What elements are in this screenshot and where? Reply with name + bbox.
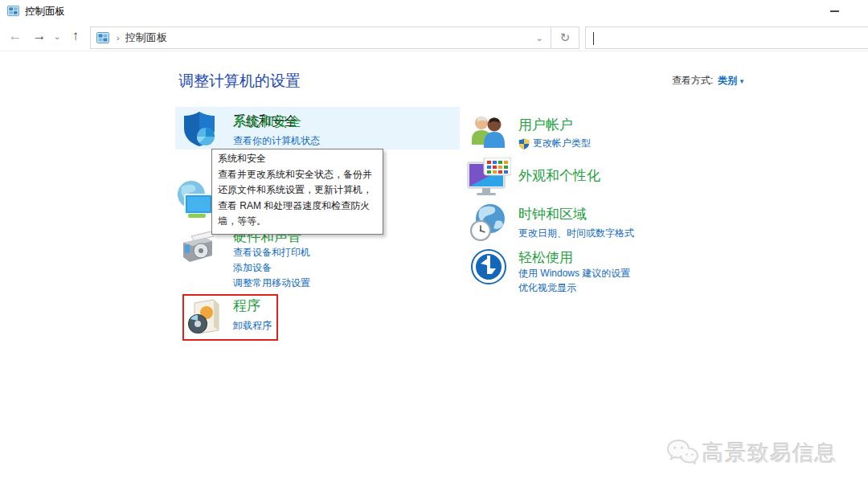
category-title-clock-region[interactable]: 时钟和区域 xyxy=(518,206,587,223)
link-optimize-visual-display[interactable]: 优化视觉显示 xyxy=(518,280,576,296)
page-title: 调整计算机的设置 xyxy=(178,71,301,92)
refresh-icon: ↻ xyxy=(560,31,571,45)
view-by-dropdown[interactable]: 类别 ▾ xyxy=(718,75,743,86)
minimize-button[interactable] xyxy=(818,2,850,20)
chevron-down-icon: ⌄ xyxy=(53,31,60,42)
forward-icon: → xyxy=(33,28,47,44)
refresh-button[interactable]: ↻ xyxy=(551,27,579,49)
ease-of-access-icon xyxy=(469,248,508,286)
control-panel-icon xyxy=(96,31,109,44)
back-icon: ← xyxy=(9,28,23,44)
clock-region-globe-icon xyxy=(469,202,509,242)
category-title-system-security[interactable]: 系统和安全 xyxy=(233,113,301,131)
text-caret xyxy=(593,32,594,45)
up-button[interactable]: ↑ xyxy=(64,24,87,48)
recent-locations-button[interactable]: ⌄ xyxy=(50,24,64,48)
category-user-accounts[interactable] xyxy=(469,113,508,153)
tooltip-system-security: 系统和安全 查看并更改系统和安全状态，备份并还原文件和系统设置，更新计算机，查看… xyxy=(211,149,383,235)
link-view-computer-status[interactable]: 查看你的计算机状态 xyxy=(233,133,320,149)
address-dropdown-button[interactable]: ⌄ xyxy=(528,27,551,48)
control-panel-icon xyxy=(7,5,19,17)
category-system-security[interactable] xyxy=(180,109,219,151)
chevron-down-icon: ▾ xyxy=(740,77,744,85)
category-network-internet[interactable] xyxy=(174,178,215,223)
watermark-text: 高景致易信息 xyxy=(702,439,837,468)
view-by-control: 查看方式:类别 ▾ xyxy=(672,74,743,88)
wechat-logo-icon xyxy=(665,437,699,469)
search-box xyxy=(585,27,868,49)
category-title-appearance[interactable]: 外观和个性化 xyxy=(518,167,600,185)
link-view-devices-printers[interactable]: 查看设备和打印机 xyxy=(233,245,310,260)
appearance-monitor-icon xyxy=(466,158,511,198)
category-appearance[interactable] xyxy=(466,158,511,201)
category-title-ease-of-access[interactable]: 轻松使用 xyxy=(518,249,573,267)
link-change-account-type[interactable]: 更改帐户类型 xyxy=(533,136,591,151)
category-title-user-accounts[interactable]: 用户帐户 xyxy=(518,117,573,134)
uac-shield-icon xyxy=(518,138,530,149)
navigation-bar: ← → ⌄ ↑ › 控制面板 ⌄ ↻ xyxy=(0,23,868,51)
category-hardware-sound[interactable] xyxy=(178,228,217,268)
breadcrumb-separator-icon: › xyxy=(117,33,120,43)
link-add-device[interactable]: 添加设备 xyxy=(233,260,272,276)
forward-button[interactable]: → xyxy=(27,24,51,48)
red-highlight-box xyxy=(182,294,278,341)
chevron-down-icon: ⌄ xyxy=(535,33,542,43)
back-button[interactable]: ← xyxy=(3,24,27,48)
breadcrumb[interactable]: 控制面板 xyxy=(125,31,167,45)
user-accounts-icon xyxy=(469,113,508,149)
tooltip-body: 查看并更改系统和安全状态，备份并还原文件和系统设置，更新计算机，查看 RAM 和… xyxy=(218,167,377,230)
up-icon: ↑ xyxy=(72,28,80,44)
titlebar: 控制面板 xyxy=(0,0,868,23)
address-bar[interactable]: › 控制面板 ⌄ xyxy=(90,27,551,49)
link-adjust-mobility-settings[interactable]: 调整常用移动设置 xyxy=(233,276,310,291)
watermark: 高景致易信息 xyxy=(665,437,837,469)
view-by-label: 查看方式: xyxy=(672,75,713,86)
category-ease-of-access[interactable] xyxy=(469,248,508,289)
link-change-account-type-row[interactable]: 更改帐户类型 xyxy=(518,136,591,151)
window-title: 控制面板 xyxy=(25,5,65,18)
link-change-date-time-formats[interactable]: 更改日期、时间或数字格式 xyxy=(518,226,634,241)
control-panel-window: 控制面板 ← → ⌄ ↑ › 控制面板 xyxy=(0,0,868,491)
search-input[interactable] xyxy=(586,27,868,48)
category-clock-region[interactable] xyxy=(469,202,509,245)
network-internet-globe-monitor-icon xyxy=(174,178,215,220)
system-security-shield-icon xyxy=(180,109,219,148)
tooltip-title: 系统和安全 xyxy=(218,151,377,167)
link-windows-suggested-settings[interactable]: 使用 Windows 建议的设置 xyxy=(518,266,630,281)
minimize-icon xyxy=(830,10,839,12)
